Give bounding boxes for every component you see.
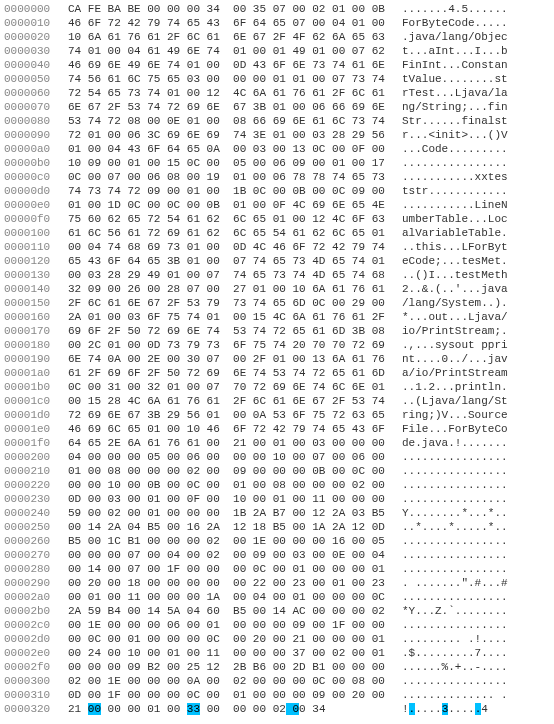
hex-col: 00 00 10 00 0B 00 0C 00 01 00 08 00 00 0… <box>68 478 392 492</box>
hex-col: 72 01 00 06 3C 69 6E 69 74 3E 01 00 03 2… <box>68 128 392 142</box>
hex-row: 000003074 01 00 04 61 49 6E 74 01 00 01 … <box>4 44 550 58</box>
hex-row: 00001f064 65 2E 6A 61 76 61 00 21 00 01 … <box>4 436 550 450</box>
hex-row: 00000a001 00 04 43 6F 64 65 0A 00 03 00 … <box>4 142 550 156</box>
ascii-col: Str......finalst <box>392 114 508 128</box>
hex-col: 74 73 74 72 09 00 01 00 1B 0C 00 0B 00 0… <box>68 184 392 198</box>
ascii-col: ................ <box>392 450 508 464</box>
hex-row: 00001602A 01 00 03 6F 75 74 01 00 15 4C … <box>4 310 550 324</box>
ascii-col: ..()I...testMeth <box>392 268 508 282</box>
offset-col: 0000180 <box>4 338 68 352</box>
offset-col: 0000040 <box>4 58 68 72</box>
offset-col: 0000000 <box>4 2 68 16</box>
offset-col: 0000110 <box>4 240 68 254</box>
hex-col: 6E 74 0A 00 2E 00 30 07 00 2F 01 00 13 6… <box>68 352 392 366</box>
ascii-col: rTest...Ljava/la <box>392 86 508 100</box>
ascii-col: umberTable...Loc <box>392 212 508 226</box>
hex-row: 00001e046 69 6C 65 01 00 10 46 6F 72 42 … <box>4 422 550 436</box>
offset-col: 0000120 <box>4 254 68 268</box>
offset-col: 0000020 <box>4 30 68 44</box>
offset-col: 00002b0 <box>4 604 68 618</box>
hex-col: 00 01 00 11 00 00 00 1A 00 04 00 01 00 0… <box>68 590 392 604</box>
hex-col: 0D 00 03 00 01 00 0F 00 10 00 01 00 11 0… <box>68 492 392 506</box>
offset-col: 00002e0 <box>4 646 68 660</box>
hex-col: 00 03 28 29 49 01 00 07 74 65 73 74 4D 6… <box>68 268 392 282</box>
hex-col: 00 14 00 07 00 1F 00 00 00 0C 00 01 00 0… <box>68 562 392 576</box>
hex-col: B5 00 1C B1 00 00 00 02 00 1E 00 00 00 1… <box>68 534 392 548</box>
offset-col: 0000100 <box>4 226 68 240</box>
hex-row: 000021001 00 08 00 00 00 02 00 09 00 00 … <box>4 464 550 478</box>
ascii-col: *...out...Ljava/ <box>392 310 508 324</box>
offset-col: 00000b0 <box>4 156 68 170</box>
hex-row: 00000706E 67 2F 53 74 72 69 6E 67 3B 01 … <box>4 100 550 114</box>
hex-row: 000010061 6C 56 61 72 69 61 62 6C 65 54 … <box>4 226 550 240</box>
hex-row: 00000c00C 00 07 00 06 08 00 19 01 00 06 … <box>4 170 550 184</box>
offset-col: 0000320 <box>4 702 68 716</box>
hex-row: 00002c000 1E 00 00 00 06 00 01 00 00 00 … <box>4 618 550 632</box>
ascii-col: eCode;...tesMet. <box>392 254 508 268</box>
hex-col: 0C 00 31 00 32 01 00 07 70 72 69 6E 74 6… <box>68 380 392 394</box>
offset-col: 0000230 <box>4 492 68 506</box>
offset-col: 00002d0 <box>4 632 68 646</box>
hex-col: 53 74 72 08 00 0E 01 00 08 66 69 6E 61 6… <box>68 114 392 128</box>
ascii-col: FinInt...Constan <box>392 58 508 72</box>
offset-col: 00001b0 <box>4 380 68 394</box>
hex-col: 2F 6C 61 6E 67 2F 53 79 73 74 65 6D 0C 0… <box>68 296 392 310</box>
hex-row: 000008053 74 72 08 00 0E 01 00 08 66 69 … <box>4 114 550 128</box>
hex-col: 00 2C 01 00 0D 73 79 73 6F 75 74 20 70 7… <box>68 338 392 352</box>
ascii-col: ...........xxtes <box>392 170 508 184</box>
hex-row: 000024059 00 02 00 01 00 00 00 1B 2A B7 … <box>4 506 550 520</box>
hex-col: 04 00 00 00 05 00 06 00 00 00 10 00 07 0… <box>68 450 392 464</box>
ascii-col: ...........LineN <box>392 198 508 212</box>
offset-col: 0000140 <box>4 282 68 296</box>
offset-col: 00000f0 <box>4 212 68 226</box>
hex-col: 01 00 08 00 00 00 02 00 09 00 00 00 0B 0… <box>68 464 392 478</box>
hex-col: 0C 00 07 00 06 08 00 19 01 00 06 78 78 7… <box>68 170 392 184</box>
hex-row: 000006072 54 65 73 74 01 00 12 4C 6A 61 … <box>4 86 550 100</box>
ascii-col: Y........*...*.. <box>392 506 508 520</box>
hex-row: 000018000 2C 01 00 0D 73 79 73 6F 75 74 … <box>4 338 550 352</box>
hex-row: 000005074 56 61 6C 75 65 03 00 00 00 01 … <box>4 72 550 86</box>
hex-row: 00003100D 00 1F 00 00 00 0C 00 01 00 00 … <box>4 688 550 702</box>
hex-row: 000012065 43 6F 64 65 3B 01 00 07 74 65 … <box>4 254 550 268</box>
ascii-col: 2..&.(..'...java <box>392 282 508 296</box>
hex-col: 72 54 65 73 74 01 00 12 4C 6A 61 76 61 2… <box>68 86 392 100</box>
hex-col: 00 24 00 10 00 01 00 11 00 00 00 37 00 0… <box>68 646 392 660</box>
offset-col: 00002c0 <box>4 618 68 632</box>
hex-col: 2A 01 00 03 6F 75 74 01 00 15 4C 6A 61 7… <box>68 310 392 324</box>
offset-col: 0000290 <box>4 576 68 590</box>
offset-col: 0000090 <box>4 128 68 142</box>
offset-col: 0000200 <box>4 450 68 464</box>
ascii-col: ................ <box>392 156 508 170</box>
hex-row: 000029000 20 00 18 00 00 00 00 00 22 00 … <box>4 576 550 590</box>
hex-row: 000017069 6F 2F 50 72 69 6E 74 53 74 72 … <box>4 324 550 338</box>
offset-col: 00002a0 <box>4 590 68 604</box>
ascii-col: ..this...LForByt <box>392 240 508 254</box>
ascii-col: ................ <box>392 618 508 632</box>
ascii-col: t...aInt...I...b <box>392 44 508 58</box>
hex-col: 32 09 00 26 00 28 07 00 27 01 00 10 6A 6… <box>68 282 392 296</box>
hex-col: 00 1E 00 00 00 06 00 01 00 00 00 09 00 1… <box>68 618 392 632</box>
hex-col: 46 69 6E 49 6E 74 01 00 0D 43 6F 6E 73 7… <box>68 58 392 72</box>
hex-col: CA FE BA BE 00 00 00 34 00 35 07 00 02 0… <box>68 2 392 16</box>
offset-col: 0000050 <box>4 72 68 86</box>
hex-row: 000014032 09 00 26 00 28 07 00 27 01 00 … <box>4 282 550 296</box>
hex-row: 00002e000 24 00 10 00 01 00 11 00 00 00 … <box>4 646 550 660</box>
hex-col: 64 65 2E 6A 61 76 61 00 21 00 01 00 03 0… <box>68 436 392 450</box>
hex-row: 00002d000 0C 00 01 00 00 00 0C 00 20 00 … <box>4 632 550 646</box>
ascii-col: ................ <box>392 674 508 688</box>
ascii-col: .java/lang/Objec <box>392 30 508 44</box>
ascii-col: ......... .!.... <box>392 632 508 646</box>
offset-col: 0000160 <box>4 310 68 324</box>
ascii-col: . .......".#...# <box>392 576 508 590</box>
hex-row: 000032021 00 00 00 01 00 33 00 00 00 02 … <box>4 702 550 716</box>
ascii-col: File...ForByteCo <box>392 422 508 436</box>
hex-col: 00 14 2A 04 B5 00 16 2A 12 18 B5 00 1A 2… <box>68 520 392 534</box>
ascii-col: r...<init>...()V <box>392 128 508 142</box>
ascii-col: ForByteCode..... <box>392 16 508 30</box>
hex-col: 74 01 00 04 61 49 6E 74 01 00 01 49 01 0… <box>68 44 392 58</box>
hex-col: 61 6C 56 61 72 69 61 62 6C 65 54 61 62 6… <box>68 226 392 240</box>
ascii-col: ................ <box>392 478 508 492</box>
offset-col: 0000150 <box>4 296 68 310</box>
hex-col: 02 00 1E 00 00 00 0A 00 02 00 00 00 0C 0… <box>68 674 392 688</box>
hex-col: 00 04 74 68 69 73 01 00 0D 4C 46 6F 72 4… <box>68 240 392 254</box>
